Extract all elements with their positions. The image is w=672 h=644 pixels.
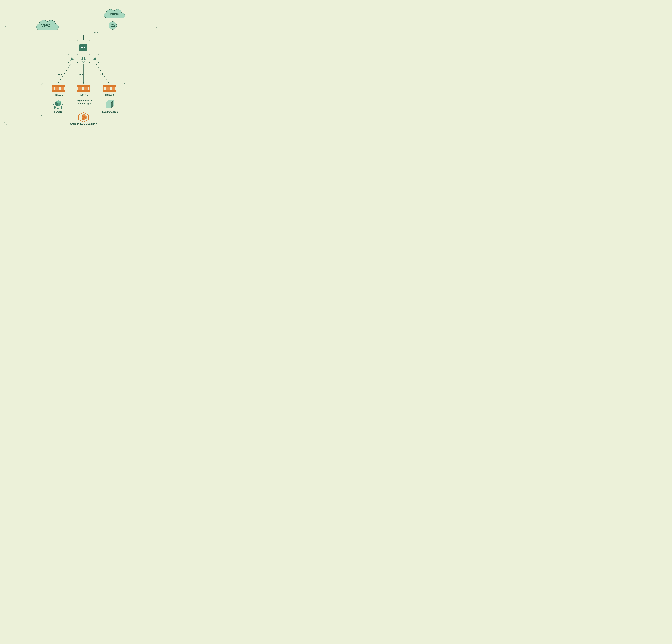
connector-line: [112, 19, 113, 22]
svg-rect-11: [60, 87, 60, 90]
ecs-icon: [78, 112, 89, 122]
tls-label: TLS: [98, 73, 103, 76]
nlb-label: NLB: [80, 44, 87, 51]
task-a3: Task A-3: [100, 85, 119, 96]
task-label: Task A-3: [100, 94, 119, 96]
svg-rect-38: [114, 87, 115, 90]
svg-rect-20: [82, 87, 82, 90]
connector-line: [112, 29, 113, 35]
svg-rect-4: [52, 90, 65, 92]
svg-rect-10: [58, 87, 59, 90]
fargate-item: Fargate: [49, 99, 68, 113]
svg-rect-26: [89, 87, 89, 90]
svg-rect-5: [52, 87, 53, 90]
nlb-box: NLB: [76, 40, 91, 55]
arrow-down-outline-icon: [80, 57, 87, 63]
svg-rect-28: [103, 90, 116, 92]
container-icon: [52, 85, 65, 92]
svg-rect-42: [106, 102, 111, 108]
arrow-down-left-icon: [70, 55, 76, 62]
route-target-right: [89, 54, 99, 63]
fargate-icon: [52, 99, 64, 110]
ec2-instances-icon: [105, 99, 115, 110]
vpc-cloud: VPC: [34, 17, 60, 34]
svg-rect-16: [77, 90, 90, 92]
internet-cloud: Internet: [101, 7, 127, 22]
svg-rect-27: [103, 85, 116, 87]
svg-rect-18: [79, 87, 80, 90]
svg-rect-13: [62, 87, 63, 90]
svg-rect-25: [87, 87, 88, 90]
svg-rect-17: [78, 87, 79, 90]
svg-rect-3: [52, 85, 65, 87]
svg-rect-9: [57, 87, 58, 90]
ec2-label: EC2 Instances: [100, 111, 120, 113]
tls-label: TLS: [94, 32, 98, 35]
container-icon: [77, 85, 90, 92]
ec2-item: EC2 Instances: [100, 99, 120, 113]
connector-line: [83, 35, 113, 35]
svg-rect-33: [108, 87, 109, 90]
svg-rect-19: [80, 87, 81, 90]
arrow-down-right-icon: [91, 55, 97, 62]
svg-rect-12: [61, 87, 62, 90]
launch-type-text: Fargate or EC2 Launch Type: [74, 99, 93, 105]
svg-rect-37: [113, 87, 114, 90]
fargate-label: Fargate: [49, 111, 68, 113]
ecs-cluster-box: Task A-1 Task A-2: [41, 83, 125, 116]
task-a2: Task A-2: [74, 85, 93, 96]
tls-label: TLS: [58, 73, 62, 76]
internet-label: Internet: [109, 12, 120, 15]
svg-rect-15: [77, 85, 90, 87]
cluster-label: Amazon ECS CLuster A: [68, 122, 100, 125]
svg-rect-29: [103, 87, 104, 90]
svg-rect-36: [112, 87, 112, 90]
cloud-outline-icon: [110, 24, 115, 27]
task-label: Task A-1: [49, 94, 68, 96]
svg-rect-23: [85, 87, 86, 90]
route-target-left: [68, 54, 78, 63]
svg-rect-6: [53, 87, 54, 90]
svg-rect-34: [109, 87, 110, 90]
svg-rect-32: [107, 87, 108, 90]
svg-rect-35: [111, 87, 111, 90]
container-icon: [103, 85, 116, 92]
ecs-cluster-icon-group: [77, 112, 90, 123]
task-label: Task A-2: [74, 94, 93, 96]
svg-rect-24: [86, 87, 87, 90]
svg-rect-21: [83, 87, 83, 90]
route-target-mid: [79, 55, 88, 64]
connector-line: [83, 35, 84, 39]
svg-rect-22: [84, 87, 85, 90]
svg-rect-7: [55, 87, 56, 90]
task-a1: Task A-1: [49, 85, 68, 96]
launch-type-label: Fargate or EC2 Launch Type: [74, 99, 93, 105]
svg-rect-31: [106, 87, 107, 90]
tls-label: TLS: [79, 73, 83, 76]
svg-rect-14: [63, 87, 64, 90]
svg-rect-30: [105, 87, 105, 90]
svg-rect-8: [56, 87, 57, 90]
internet-gateway-icon: [109, 22, 117, 29]
vpc-label: VPC: [41, 23, 50, 28]
